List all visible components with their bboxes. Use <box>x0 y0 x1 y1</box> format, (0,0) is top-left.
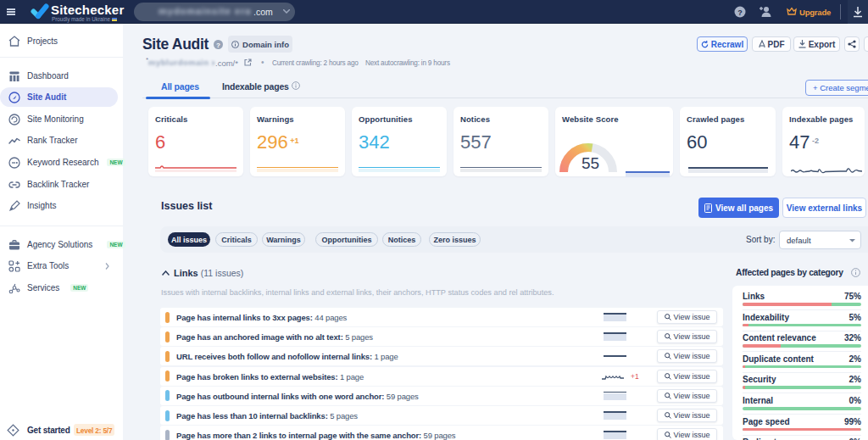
svg-text:?: ? <box>216 42 220 49</box>
svg-text:?: ? <box>737 8 743 17</box>
